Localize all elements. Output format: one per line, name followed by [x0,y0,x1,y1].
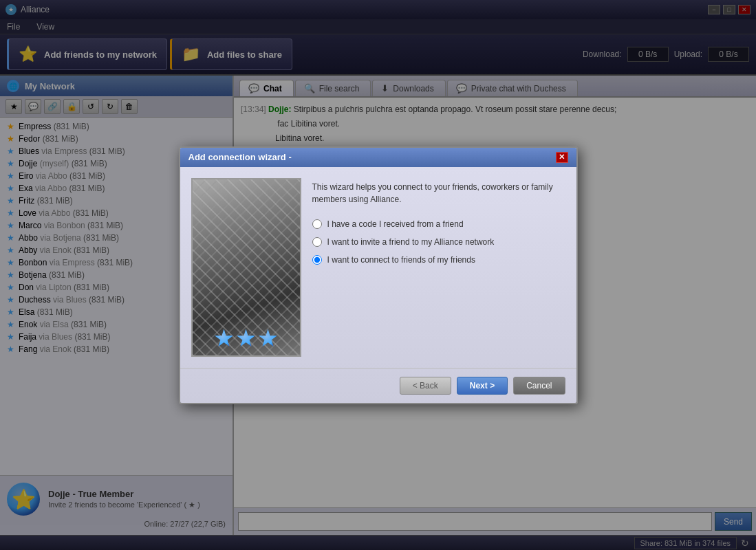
dialog: Add connection wizard - ✕ This wizard he… [179,146,578,404]
back-button[interactable]: < Back [400,377,451,395]
modal-overlay: Add connection wizard - ✕ This wizard he… [0,0,756,550]
dialog-body: This wizard helps you connect to your fr… [180,167,576,368]
dialog-content: This wizard helps you connect to your fr… [312,178,565,357]
radio-friends-label: I want to connect to friends of my frien… [327,255,475,265]
cancel-button[interactable]: Cancel [513,377,565,395]
radio-option-2: I want to invite a friend to my Alliance… [312,237,565,247]
radio-friends-of-friends[interactable] [312,255,322,265]
dialog-footer: < Back Next > Cancel [180,368,576,403]
dialog-title-text: Add connection wizard - [188,152,292,162]
radio-code[interactable] [312,219,322,229]
dialog-image [191,178,301,357]
dialog-star-3 [259,329,278,349]
dialog-star-1 [215,329,234,349]
radio-invite-label: I want to invite a friend to my Alliance… [327,237,495,247]
dialog-star-2 [237,329,256,349]
next-button[interactable]: Next > [457,377,508,395]
dialog-title-bar: Add connection wizard - ✕ [180,148,576,167]
dialog-stars [215,329,278,349]
radio-option-3: I want to connect to friends of my frien… [312,255,565,265]
radio-option-1: I have a code I received from a friend [312,219,565,229]
dialog-close-button[interactable]: ✕ [556,152,568,163]
radio-code-label: I have a code I received from a friend [327,219,464,229]
radio-invite[interactable] [312,237,322,247]
dialog-description: This wizard helps you connect to your fr… [312,181,565,206]
